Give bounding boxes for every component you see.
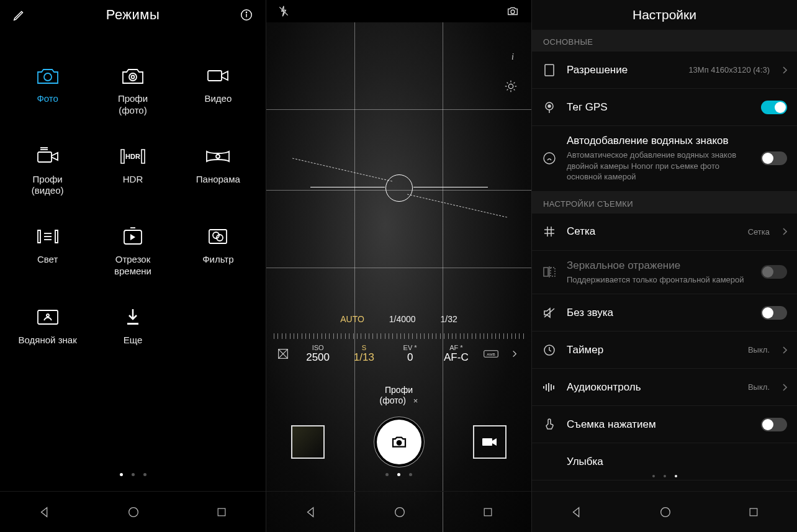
- back-icon[interactable]: [570, 505, 583, 519]
- af-value: AF-C: [433, 351, 479, 364]
- mode-timelapse[interactable]: Отрезоквремени: [90, 225, 175, 277]
- svg-line-56: [544, 309, 554, 317]
- svg-rect-64: [750, 508, 757, 516]
- expand-icon[interactable]: [503, 347, 526, 361]
- setting-body: Сетка: [567, 225, 739, 238]
- dot: [120, 473, 123, 476]
- modes-panel: Режимы ФотоПрофи(фото)ВидеоПрофи(видео)H…: [0, 0, 266, 532]
- mode-label: Отрезоквремени: [114, 254, 151, 277]
- video-mode-button[interactable]: [473, 425, 507, 459]
- mode-panorama[interactable]: Панорама: [176, 145, 261, 197]
- mute-icon: [541, 307, 558, 319]
- mirror-icon: [541, 266, 558, 278]
- mode-light[interactable]: Свет: [5, 225, 90, 277]
- touch-icon: [541, 418, 558, 431]
- toggle[interactable]: [761, 306, 787, 320]
- svg-line-32: [507, 83, 508, 84]
- mode-label: Фото: [37, 93, 58, 105]
- setting-title: Тег GPS: [567, 101, 752, 114]
- dot: [652, 475, 655, 477]
- mode-hdr[interactable]: HDRHDR: [90, 145, 175, 197]
- setting-row[interactable]: Разрешение13Мп 4160x3120 (4:3): [532, 52, 797, 89]
- back-icon[interactable]: [304, 505, 318, 519]
- recents-icon[interactable]: [747, 506, 760, 518]
- watermark-icon: [34, 306, 61, 328]
- section-header: НАСТРОЙКИ СЪЕМКИ: [532, 192, 797, 214]
- page-dots: [0, 473, 266, 476]
- viewfinder-topbar: [266, 0, 531, 22]
- recents-icon[interactable]: [482, 506, 494, 518]
- exposure-icon[interactable]: [504, 79, 518, 93]
- svg-point-11: [216, 155, 220, 158]
- settings-list: ОСНОВНЫЕРазрешение13Мп 4160x3120 (4:3)Те…: [532, 30, 797, 480]
- shutter-readout: 1/4000: [389, 314, 416, 324]
- mode-label: Профи(видео): [32, 174, 64, 197]
- ruler[interactable]: [274, 328, 524, 339]
- rect-icon: [541, 63, 558, 78]
- setting-body: Разрешение: [567, 64, 680, 76]
- setting-row[interactable]: Съемка нажатием: [532, 406, 797, 443]
- mode-camera[interactable]: Фото: [5, 65, 90, 117]
- svg-point-3: [44, 73, 52, 81]
- toggle[interactable]: [761, 101, 787, 114]
- setting-sub: Автоматическое добавление водяных знаков…: [567, 150, 752, 183]
- setting-title: Без звука: [567, 307, 752, 319]
- awb-icon[interactable]: AWB: [479, 348, 503, 359]
- svg-point-21: [47, 314, 49, 317]
- setting-title: Сетка: [567, 225, 739, 238]
- flash-off-icon[interactable]: [277, 4, 290, 18]
- svg-rect-6: [208, 71, 222, 81]
- dot: [385, 473, 389, 476]
- camera-icon: [34, 65, 61, 87]
- setting-body: Тег GPS: [567, 101, 752, 114]
- mode-download[interactable]: Еще: [90, 306, 175, 346]
- switch-camera-icon[interactable]: [505, 4, 520, 18]
- mode-filter[interactable]: Фильтр: [176, 225, 261, 277]
- edit-icon[interactable]: [12, 8, 26, 22]
- setting-row[interactable]: АудиоконтрольВыкл.: [532, 369, 797, 406]
- shutter-button[interactable]: [377, 420, 421, 464]
- info-icon[interactable]: [240, 8, 253, 22]
- setting-body: Таймер: [567, 344, 739, 356]
- setting-row[interactable]: Тег GPS: [532, 89, 797, 126]
- mode-label: Видео: [204, 93, 232, 105]
- section-header: ОСНОВНЫЕ: [532, 30, 797, 52]
- gallery-thumb[interactable]: [291, 425, 325, 459]
- mode-video-pro[interactable]: Профи(видео): [5, 145, 90, 197]
- setting-sub: Поддерживается только фронтальной камеро…: [567, 274, 752, 286]
- home-icon[interactable]: [393, 505, 407, 519]
- mode-watermark[interactable]: Водяной знак: [5, 306, 90, 346]
- af-control[interactable]: AF * AF-C: [433, 344, 479, 364]
- shutter-control[interactable]: S 1/13: [341, 344, 387, 364]
- viewfinder[interactable]: i AUTO 1/4000 1/32 ISO 2500 S 1/13: [266, 22, 531, 532]
- home-icon[interactable]: [659, 505, 672, 519]
- setting-row[interactable]: ТаймерВыкл.: [532, 331, 797, 369]
- svg-rect-58: [543, 386, 544, 389]
- page-dots: [532, 475, 797, 477]
- close-mode-icon[interactable]: ×: [413, 396, 418, 406]
- timelapse-icon: [119, 225, 146, 248]
- setting-title: Таймер: [567, 344, 739, 356]
- svg-rect-42: [482, 438, 492, 446]
- current-mode-label: Профи(фото) ×: [266, 385, 531, 406]
- setting-row[interactable]: Без звука: [532, 294, 797, 331]
- setting-value: Сетка: [748, 227, 770, 237]
- setting-row: Зеркальное отражениеПоддерживается тольк…: [532, 251, 797, 295]
- ev-control[interactable]: EV * 0: [387, 344, 433, 364]
- metering-icon[interactable]: [271, 347, 295, 361]
- android-navbar: [0, 491, 266, 532]
- setting-row[interactable]: СеткаСетка: [532, 214, 797, 251]
- mode-video[interactable]: Видео: [176, 65, 261, 117]
- toggle[interactable]: [761, 418, 787, 431]
- iso-control[interactable]: ISO 2500: [295, 344, 341, 364]
- setting-row[interactable]: Автодобавление водяных знаковАвтоматичес…: [532, 126, 797, 192]
- toggle[interactable]: [761, 151, 787, 165]
- mode-label: Фильтр: [202, 254, 233, 266]
- home-icon[interactable]: [127, 505, 140, 519]
- recents-icon[interactable]: [215, 506, 228, 518]
- svg-rect-59: [546, 384, 547, 390]
- back-icon[interactable]: [38, 505, 52, 519]
- settings-panel: Настройки ОСНОВНЫЕРазрешение13Мп 4160x31…: [531, 0, 797, 532]
- mode-camera-pro[interactable]: Профи(фото): [90, 65, 175, 117]
- modes-header: Режимы: [0, 0, 266, 30]
